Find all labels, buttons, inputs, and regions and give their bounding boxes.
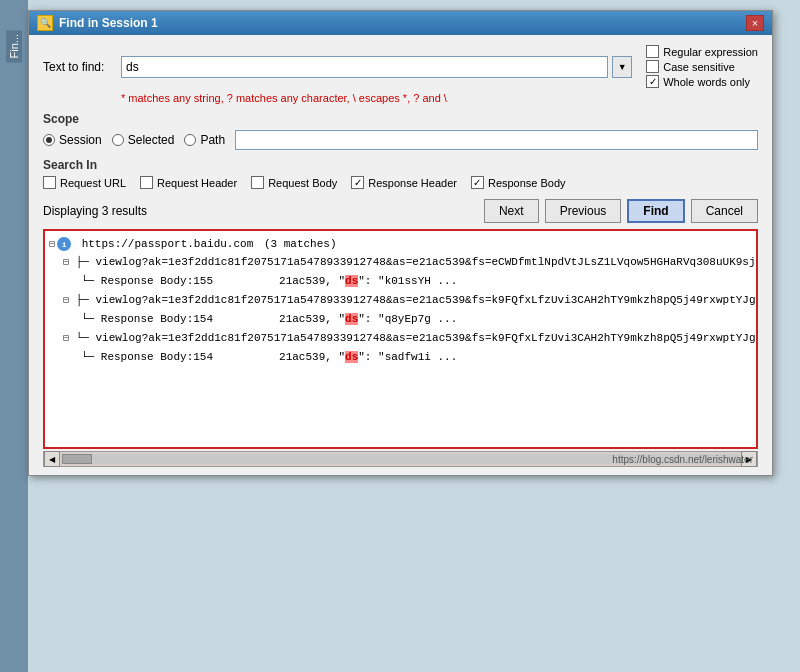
cancel-button[interactable]: Cancel <box>691 199 758 223</box>
url-hint: https://blog.csdn.net/lerishwater <box>612 454 753 465</box>
item2-highlight: ds <box>345 313 358 325</box>
search-in-section: Search In Request URL Request Header Req… <box>43 158 758 189</box>
dialog-titlebar: 🔍 Find in Session 1 × <box>29 11 772 35</box>
results-bar: Displaying 3 results Next Previous Find … <box>43 199 758 223</box>
action-buttons: Next Previous Find Cancel <box>484 199 758 223</box>
request-body-checkbox[interactable] <box>251 176 264 189</box>
response-body-checkbox[interactable]: ✓ <box>471 176 484 189</box>
item1-child-icon: └─ <box>81 275 94 287</box>
item1-highlight: ds <box>345 275 358 287</box>
regular-expression-label: Regular expression <box>663 46 758 58</box>
root-url-text: https://passport.baidu.com <box>82 238 254 250</box>
request-body-label: Request Body <box>268 177 337 189</box>
response-header-checkbox[interactable]: ✓ <box>351 176 364 189</box>
item2-expand-icon[interactable]: ⊟ <box>63 295 69 306</box>
find-row: Text to find: ▼ Regular expression Case … <box>43 45 758 88</box>
request-url-label: Request URL <box>60 177 126 189</box>
next-button[interactable]: Next <box>484 199 539 223</box>
request-url-row: Request URL <box>43 176 126 189</box>
item3-path: viewlog?ak=1e3f2dd1c81f2075171a547893391… <box>95 332 758 344</box>
scroll-left-button[interactable]: ◀ <box>44 451 60 467</box>
search-in-label: Search In <box>43 158 758 172</box>
item3-child-icon: └─ <box>81 351 94 363</box>
case-sensitive-row: Case sensitive <box>646 60 758 73</box>
session-label: Session <box>59 133 102 147</box>
dialog-body: Text to find: ▼ Regular expression Case … <box>29 35 772 475</box>
find-dropdown-button[interactable]: ▼ <box>612 56 632 78</box>
tree-item-1[interactable]: ⊟ ├─ viewlog?ak=1e3f2dd1c81f2075171a5478… <box>45 253 756 272</box>
whole-words-checkbox[interactable]: ✓ <box>646 75 659 88</box>
case-sensitive-checkbox[interactable] <box>646 60 659 73</box>
search-in-row: Request URL Request Header Request Body … <box>43 176 758 189</box>
response-body-label: Response Body <box>488 177 566 189</box>
session-radio-row: Session <box>43 133 102 147</box>
dialog-icon: 🔍 <box>37 15 53 31</box>
tree-item-2-child[interactable]: └─ Response Body:154 21ac539, "ds": "q8y… <box>45 310 756 329</box>
tree-item-2[interactable]: ⊟ ├─ viewlog?ak=1e3f2dd1c81f2075171a5478… <box>45 291 756 310</box>
item3-highlight: ds <box>345 351 358 363</box>
find-dialog: 🔍 Find in Session 1 × Text to find: ▼ Re… <box>28 10 773 476</box>
dialog-title: Find in Session 1 <box>59 16 158 30</box>
root-matches <box>255 238 262 250</box>
path-radio[interactable] <box>184 134 196 146</box>
selected-radio[interactable] <box>112 134 124 146</box>
selected-radio-row: Selected <box>112 133 175 147</box>
item1-post: ": "k01ssYH ... <box>358 275 457 287</box>
tree-root-item[interactable]: ⊟ i https://passport.baidu.com (3 matche… <box>45 235 756 253</box>
tree-item-1-child[interactable]: └─ Response Body:155 21ac539, "ds": "k01… <box>45 272 756 291</box>
tree-item-3-child[interactable]: └─ Response Body:154 21ac539, "ds": "sad… <box>45 348 756 367</box>
horizontal-scrollbar[interactable]: ◀ ▶ https://blog.csdn.net/lerishwater <box>43 451 758 467</box>
hint-text: * matches any string, ? matches any char… <box>121 92 758 104</box>
find-input[interactable] <box>121 56 608 78</box>
item2-icon: ├─ <box>76 294 89 306</box>
path-radio-row: Path <box>184 133 225 147</box>
regular-expression-checkbox[interactable] <box>646 45 659 58</box>
item3-response-label: Response Body:154 21ac539, " <box>101 351 345 363</box>
root-matches-text: (3 matches) <box>264 238 337 250</box>
results-tree[interactable]: ⊟ i https://passport.baidu.com (3 matche… <box>43 229 758 449</box>
previous-button[interactable]: Previous <box>545 199 622 223</box>
request-header-row: Request Header <box>140 176 237 189</box>
path-input[interactable] <box>235 130 758 150</box>
case-sensitive-label: Case sensitive <box>663 61 735 73</box>
regular-expression-row: Regular expression <box>646 45 758 58</box>
request-header-checkbox[interactable] <box>140 176 153 189</box>
scope-row: Session Selected Path <box>43 130 758 150</box>
whole-words-row: ✓ Whole words only <box>646 75 758 88</box>
request-url-checkbox[interactable] <box>43 176 56 189</box>
response-header-label: Response Header <box>368 177 457 189</box>
item3-post: ": "sadfw1i ... <box>358 351 457 363</box>
root-expand-icon[interactable]: ⊟ <box>49 238 55 250</box>
item3-icon: └─ <box>76 332 89 344</box>
session-radio[interactable] <box>43 134 55 146</box>
request-header-label: Request Header <box>157 177 237 189</box>
item2-path: viewlog?ak=1e3f2dd1c81f2075171a547893391… <box>95 294 758 306</box>
response-header-row: ✓ Response Header <box>351 176 457 189</box>
scroll-thumb[interactable] <box>62 454 92 464</box>
item1-path: viewlog?ak=1e3f2dd1c81f2075171a547893391… <box>95 256 758 268</box>
root-icon: i <box>57 237 71 251</box>
response-body-row: ✓ Response Body <box>471 176 566 189</box>
results-count: Displaying 3 results <box>43 204 147 218</box>
dialog-close-button[interactable]: × <box>746 15 764 31</box>
tree-item-3[interactable]: ⊟ └─ viewlog?ak=1e3f2dd1c81f2075171a5478… <box>45 329 756 348</box>
item1-response-label: Response Body:155 21ac539, " <box>101 275 345 287</box>
path-label: Path <box>200 133 225 147</box>
root-url <box>73 238 80 250</box>
selected-label: Selected <box>128 133 175 147</box>
dialog-title-left: 🔍 Find in Session 1 <box>37 15 158 31</box>
find-button[interactable]: Find <box>627 199 684 223</box>
item3-expand-icon[interactable]: ⊟ <box>63 333 69 344</box>
scope-section: Scope Session Selected Path <box>43 112 758 150</box>
whole-words-label: Whole words only <box>663 76 750 88</box>
item1-expand-icon[interactable]: ⊟ <box>63 257 69 268</box>
scope-label: Scope <box>43 112 758 126</box>
find-label: Text to find: <box>43 60 115 74</box>
request-body-row: Request Body <box>251 176 337 189</box>
left-strip: Fin... <box>0 0 28 672</box>
find-input-wrapper: ▼ <box>121 56 632 78</box>
find-tab-label[interactable]: Fin... <box>6 30 22 62</box>
item2-post: ": "q8yEp7g ... <box>358 313 457 325</box>
item2-response-label: Response Body:154 21ac539, " <box>101 313 345 325</box>
options-column: Regular expression Case sensitive ✓ Whol… <box>646 45 758 88</box>
